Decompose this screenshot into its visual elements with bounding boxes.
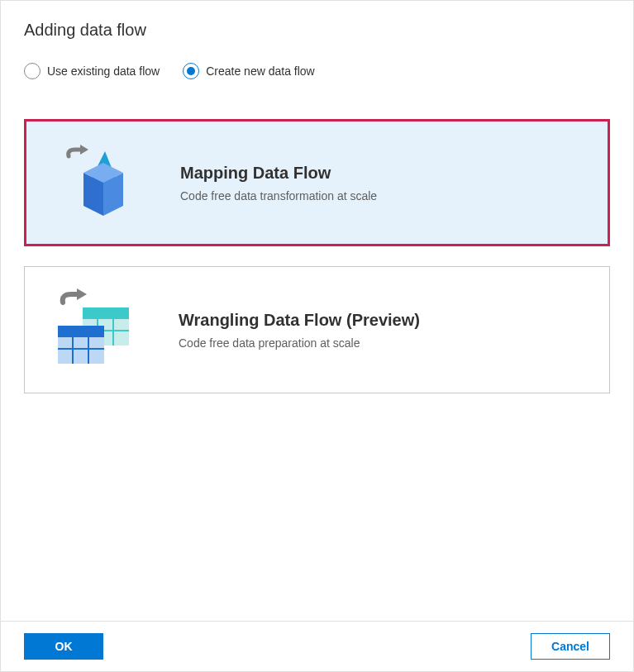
- mapping-data-flow-icon: [50, 141, 141, 224]
- card-text: Wrangling Data Flow (Preview) Code free …: [179, 311, 586, 350]
- radio-icon: [183, 63, 199, 79]
- dialog-footer: OK Cancel: [1, 621, 633, 671]
- radio-create-new[interactable]: Create new data flow: [183, 63, 315, 79]
- dialog-content: Adding data flow Use existing data flow …: [1, 1, 633, 621]
- cancel-button[interactable]: Cancel: [531, 633, 610, 660]
- radio-selected-dot: [187, 67, 195, 75]
- card-title: Wrangling Data Flow (Preview): [179, 311, 586, 330]
- radio-icon: [24, 63, 41, 79]
- card-wrangling-data-flow[interactable]: Wrangling Data Flow (Preview) Code free …: [24, 266, 610, 393]
- radio-use-existing[interactable]: Use existing data flow: [24, 63, 160, 79]
- card-title: Mapping Data Flow: [180, 164, 584, 183]
- wrangling-data-flow-icon: [48, 288, 139, 371]
- card-mapping-data-flow[interactable]: Mapping Data Flow Code free data transfo…: [24, 119, 610, 246]
- ok-button[interactable]: OK: [24, 633, 103, 660]
- radio-label: Use existing data flow: [47, 64, 160, 78]
- svg-rect-1: [83, 307, 129, 319]
- card-description: Code free data transformation at scale: [180, 189, 584, 203]
- radio-group: Use existing data flow Create new data f…: [24, 63, 610, 79]
- card-text: Mapping Data Flow Code free data transfo…: [180, 164, 584, 203]
- card-description: Code free data preparation at scale: [179, 336, 586, 350]
- radio-label: Create new data flow: [206, 64, 315, 78]
- dialog-title: Adding data flow: [24, 21, 610, 40]
- svg-rect-6: [58, 326, 104, 337]
